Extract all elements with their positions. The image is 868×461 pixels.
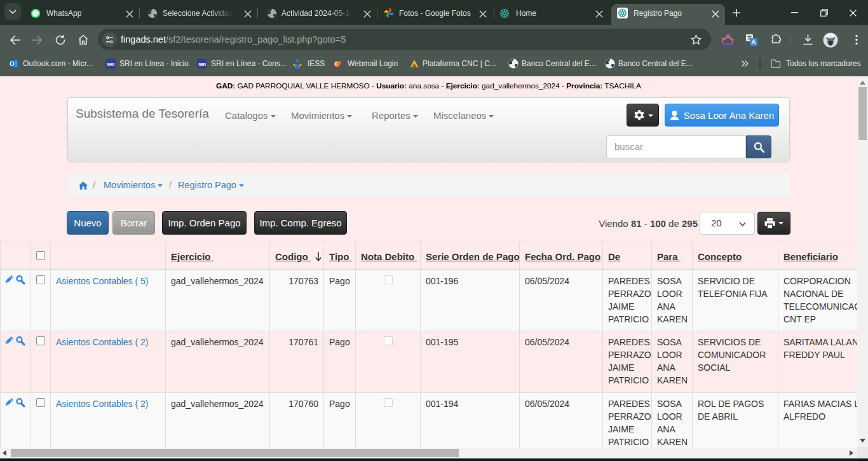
svg-text:SRI: SRI — [107, 62, 114, 67]
svg-text:SRI: SRI — [198, 62, 206, 67]
svg-text:c: c — [335, 60, 338, 67]
